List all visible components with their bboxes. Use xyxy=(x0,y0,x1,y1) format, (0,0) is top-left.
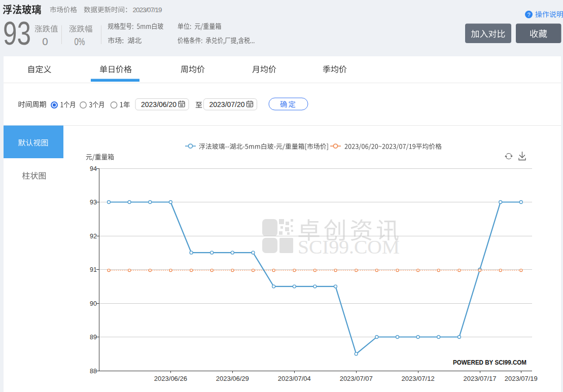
svg-text:2023/07/17: 2023/07/17 xyxy=(463,375,496,382)
svg-text:?: ? xyxy=(527,12,530,18)
svg-text:POWERED BY SCI99.COM: POWERED BY SCI99.COM xyxy=(453,359,526,366)
svg-text:2023/07/20: 2023/07/20 xyxy=(209,100,245,109)
svg-text:2023/07/12: 2023/07/12 xyxy=(402,375,435,382)
svg-text:2023/07/19: 2023/07/19 xyxy=(133,6,162,14)
svg-text:90: 90 xyxy=(90,300,97,307)
svg-text:88: 88 xyxy=(90,368,97,375)
svg-text:0%: 0% xyxy=(75,36,85,47)
svg-text:94: 94 xyxy=(90,165,97,172)
svg-text:2023/06/26: 2023/06/26 xyxy=(154,375,187,382)
svg-text:92: 92 xyxy=(90,233,97,240)
svg-text:2023/06/29: 2023/06/29 xyxy=(216,375,249,382)
svg-text:91: 91 xyxy=(90,266,97,273)
svg-text:2023/07/19: 2023/07/19 xyxy=(505,375,538,382)
svg-text:93: 93 xyxy=(3,15,31,52)
svg-text:2023/07/07: 2023/07/07 xyxy=(340,375,373,382)
svg-text:2023/07/04: 2023/07/04 xyxy=(278,375,311,382)
svg-text:0: 0 xyxy=(42,35,48,47)
svg-text:SCI99.COM: SCI99.COM xyxy=(298,237,400,258)
svg-text:2023/06/20: 2023/06/20 xyxy=(141,100,177,109)
svg-text:93: 93 xyxy=(90,199,97,206)
svg-text:89: 89 xyxy=(90,334,97,341)
